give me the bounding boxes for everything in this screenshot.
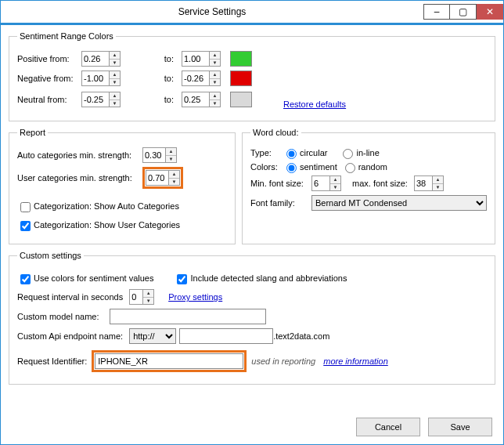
report-legend: Report: [17, 128, 48, 137]
positive-to-input[interactable]: ▲▼: [182, 51, 221, 67]
font-family-select[interactable]: Bernard MT Condensed: [311, 195, 487, 211]
type-label: Type:: [250, 148, 285, 157]
sentiment-legend: Sentiment Range Colors: [17, 31, 116, 41]
more-info-link[interactable]: more information: [323, 356, 388, 366]
titlebar: Service Settings – ▢ ✕: [1, 1, 503, 23]
request-id-highlight: [92, 350, 247, 372]
negative-color-swatch[interactable]: [230, 71, 252, 86]
colors-random-label: random: [358, 162, 387, 172]
endpoint-suffix: .text2data.com: [273, 331, 329, 341]
interval-label: Request interval in seconds: [17, 292, 123, 302]
interval-input[interactable]: ▲▼: [129, 289, 154, 305]
to-label: to:: [142, 95, 182, 104]
custom-group: Custom settings Use colors for sentiment…: [9, 251, 495, 385]
request-id-label: Request Identifier:: [17, 356, 87, 366]
close-button[interactable]: ✕: [477, 4, 503, 20]
custom-legend: Custom settings: [17, 251, 84, 260]
endpoint-label: Custom Api endpoint name:: [17, 331, 123, 341]
user-strength-label: User categories min. strength:: [17, 173, 142, 183]
type-inline-radio[interactable]: [343, 149, 353, 159]
negative-from-input[interactable]: ▲▼: [81, 71, 121, 86]
type-circular-radio[interactable]: [286, 149, 297, 159]
save-button[interactable]: Save: [428, 418, 492, 436]
min-font-input[interactable]: ▲▼: [311, 175, 341, 191]
auto-strength-label: Auto categories min. strength:: [17, 150, 142, 160]
include-slang-checkbox[interactable]: [177, 274, 187, 284]
to-label: to:: [142, 54, 182, 63]
neutral-from-label: Neutral from:: [17, 95, 81, 104]
show-user-checkbox[interactable]: [20, 221, 31, 231]
colors-sentiment-label: sentiment: [300, 162, 337, 172]
include-slang-label: Include detected slang and abbreviations: [190, 273, 347, 283]
wordcloud-group: Word cloud: Type: circular in-line Color…: [242, 128, 495, 244]
restore-defaults-link[interactable]: Restore defaults: [283, 99, 346, 109]
min-font-label: Min. font size:: [250, 179, 311, 188]
request-note: used in reporting: [251, 356, 315, 366]
positive-from-label: Positive from:: [17, 54, 81, 63]
negative-from-label: Negative from:: [17, 74, 81, 83]
positive-color-swatch[interactable]: [230, 51, 252, 67]
minimize-button[interactable]: –: [423, 4, 450, 20]
window-controls: – ▢ ✕: [423, 4, 503, 20]
show-user-label: Categorization: Show User Categories: [34, 220, 180, 230]
negative-to-input[interactable]: ▲▼: [182, 71, 221, 86]
font-family-label: Font family:: [250, 198, 311, 208]
max-font-input[interactable]: ▲▼: [414, 175, 444, 191]
positive-from-input[interactable]: ▲▼: [81, 51, 121, 67]
show-auto-label: Categorization: Show Auto Categories: [34, 201, 179, 211]
proxy-link[interactable]: Proxy settings: [168, 292, 222, 302]
maximize-button[interactable]: ▢: [450, 4, 477, 20]
wordcloud-legend: Word cloud:: [250, 128, 301, 137]
sentiment-group: Sentiment Range Colors Positive from: ▲▼…: [9, 31, 495, 121]
model-label: Custom model name:: [17, 312, 110, 321]
protocol-select[interactable]: http://: [129, 328, 176, 344]
neutral-from-input[interactable]: ▲▼: [81, 92, 121, 107]
request-id-input[interactable]: [95, 353, 243, 369]
use-colors-checkbox[interactable]: [20, 274, 31, 284]
model-input[interactable]: [110, 309, 266, 324]
user-strength-highlight: ▲▼: [142, 167, 183, 189]
show-auto-checkbox[interactable]: [20, 202, 31, 212]
settings-window: Service Settings – ▢ ✕ Sentiment Range C…: [0, 0, 504, 445]
user-strength-input[interactable]: ▲▼: [146, 170, 180, 186]
neutral-color-swatch[interactable]: [230, 92, 252, 107]
endpoint-input[interactable]: [179, 328, 273, 344]
auto-strength-input[interactable]: ▲▼: [142, 147, 177, 163]
neutral-to-input[interactable]: ▲▼: [182, 92, 221, 107]
colors-label: Colors:: [250, 162, 285, 172]
colors-random-radio[interactable]: [345, 163, 355, 173]
use-colors-label: Use colors for sentiment values: [34, 273, 153, 283]
colors-sentiment-radio[interactable]: [286, 163, 297, 173]
max-font-label: max. font size:: [352, 179, 408, 188]
window-title: Service Settings: [1, 6, 423, 17]
cancel-button[interactable]: Cancel: [356, 418, 420, 436]
report-group: Report Auto categories min. strength: ▲▼…: [9, 128, 236, 244]
type-circular-label: circular: [300, 148, 327, 157]
type-inline-label: in-line: [356, 148, 379, 157]
to-label: to:: [142, 74, 182, 83]
